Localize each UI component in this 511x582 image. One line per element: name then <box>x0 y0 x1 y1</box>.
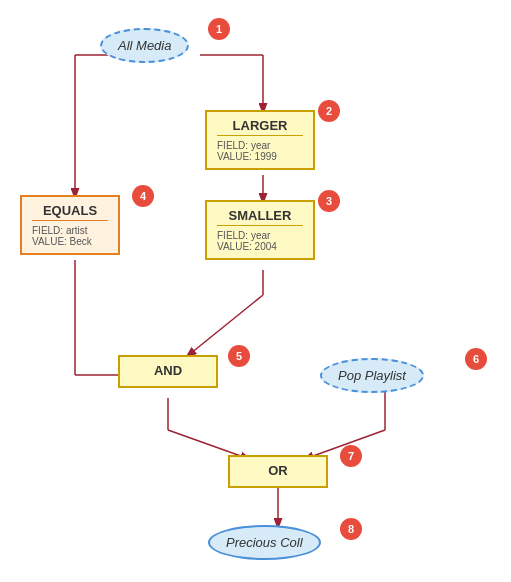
smaller-field: FIELD: year <box>217 230 303 241</box>
all-media-node: All Media <box>100 28 189 63</box>
smaller-node: SMALLER FIELD: year VALUE: 2004 <box>205 200 315 260</box>
precious-coll-node: Precious Coll <box>208 525 321 560</box>
badge-5: 5 <box>228 345 250 367</box>
equals-value: VALUE: Beck <box>32 236 108 247</box>
larger-value: VALUE: 1999 <box>217 151 303 162</box>
equals-node: EQUALS FIELD: artist VALUE: Beck <box>20 195 120 255</box>
smaller-title: SMALLER <box>217 208 303 226</box>
diagram: All Media 1 LARGER FIELD: year VALUE: 19… <box>0 0 511 582</box>
pop-playlist-node: Pop Playlist <box>320 358 424 393</box>
smaller-value: VALUE: 2004 <box>217 241 303 252</box>
precious-coll-label: Precious Coll <box>208 525 321 560</box>
all-media-label: All Media <box>100 28 189 63</box>
larger-title: LARGER <box>217 118 303 136</box>
badge-4: 4 <box>132 185 154 207</box>
or-title: OR <box>240 463 316 480</box>
equals-title: EQUALS <box>32 203 108 221</box>
or-node: OR <box>228 455 328 488</box>
badge-7: 7 <box>340 445 362 467</box>
badge-3: 3 <box>318 190 340 212</box>
larger-node: LARGER FIELD: year VALUE: 1999 <box>205 110 315 170</box>
badge-6: 6 <box>465 348 487 370</box>
badge-2: 2 <box>318 100 340 122</box>
and-node: AND <box>118 355 218 388</box>
equals-field: FIELD: artist <box>32 225 108 236</box>
and-title: AND <box>130 363 206 380</box>
badge-1: 1 <box>208 18 230 40</box>
svg-line-7 <box>185 295 263 358</box>
connections-svg <box>0 0 511 582</box>
badge-8: 8 <box>340 518 362 540</box>
larger-field: FIELD: year <box>217 140 303 151</box>
pop-playlist-label: Pop Playlist <box>320 358 424 393</box>
